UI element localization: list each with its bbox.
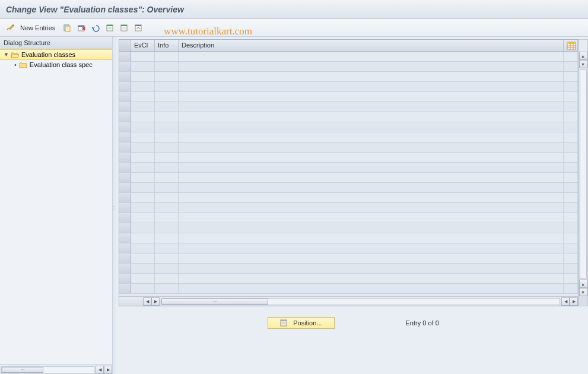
table-row[interactable]: [119, 253, 578, 264]
cell-evcl[interactable]: [131, 62, 155, 71]
cell-info[interactable]: [155, 203, 179, 213]
cell-info[interactable]: [155, 163, 179, 172]
row-selector[interactable]: [119, 264, 131, 273]
cell-description[interactable]: [179, 52, 564, 61]
table-row[interactable]: [119, 122, 578, 132]
scroll-left-icon[interactable]: ◀: [96, 366, 104, 374]
table-row[interactable]: [119, 52, 578, 62]
cell-description[interactable]: [179, 142, 564, 152]
table-row[interactable]: [119, 213, 578, 223]
toggle-display-icon[interactable]: [5, 22, 17, 34]
tree-collapse-icon[interactable]: ▼: [4, 52, 9, 58]
cell-description[interactable]: [179, 223, 564, 233]
cell-description[interactable]: [179, 173, 564, 182]
cell-info[interactable]: [155, 193, 179, 202]
table-row[interactable]: [119, 82, 578, 92]
cell-evcl[interactable]: [131, 284, 155, 293]
row-selector[interactable]: [119, 243, 131, 253]
tree-item-evaluation-classes[interactable]: ▼ Evaluation classes: [0, 49, 112, 60]
cell-description[interactable]: [179, 122, 564, 132]
cell-info[interactable]: [155, 153, 179, 162]
cell-info[interactable]: [155, 82, 179, 91]
cell-info[interactable]: [155, 112, 179, 122]
cell-description[interactable]: [179, 102, 564, 112]
cell-evcl[interactable]: [131, 253, 155, 263]
splitter[interactable]: ∙∙∙: [113, 37, 116, 374]
cell-evcl[interactable]: [131, 163, 155, 172]
column-header-description[interactable]: Description: [179, 40, 564, 51]
table-row[interactable]: [119, 153, 578, 163]
scroll-thumb[interactable]: ∙∙∙: [161, 299, 268, 305]
cell-evcl[interactable]: [131, 233, 155, 243]
cell-evcl[interactable]: [131, 243, 155, 253]
cell-info[interactable]: [155, 142, 179, 152]
row-selector[interactable]: [119, 82, 131, 91]
cell-evcl[interactable]: [131, 132, 155, 142]
cell-evcl[interactable]: [131, 142, 155, 152]
cell-evcl[interactable]: [131, 223, 155, 233]
table-row[interactable]: [119, 62, 578, 72]
cell-info[interactable]: [155, 52, 179, 61]
cell-info[interactable]: [155, 132, 179, 142]
cell-evcl[interactable]: [131, 72, 155, 81]
cell-info[interactable]: [155, 223, 179, 233]
scroll-left-end-icon[interactable]: ◀: [561, 297, 570, 306]
cell-evcl[interactable]: [131, 274, 155, 283]
cell-description[interactable]: [179, 163, 564, 172]
cell-evcl[interactable]: [131, 183, 155, 192]
row-selector[interactable]: [119, 203, 131, 213]
cell-info[interactable]: [155, 274, 179, 283]
table-hscroll[interactable]: ◀ ▶ ∙∙∙ ◀ ▶: [119, 296, 578, 306]
table-row[interactable]: [119, 274, 578, 284]
cell-evcl[interactable]: [131, 82, 155, 91]
scroll-right-icon[interactable]: ▶: [104, 366, 112, 374]
table-row[interactable]: [119, 132, 578, 142]
cell-evcl[interactable]: [131, 122, 155, 132]
scroll-up-icon[interactable]: ▲: [579, 52, 587, 60]
cell-info[interactable]: [155, 92, 179, 102]
cell-description[interactable]: [179, 112, 564, 122]
scroll-up-end-icon[interactable]: ▲: [579, 280, 587, 288]
table-row[interactable]: [119, 284, 578, 294]
cell-description[interactable]: [179, 193, 564, 202]
row-selector[interactable]: [119, 284, 131, 293]
row-selector[interactable]: [119, 253, 131, 263]
table-row[interactable]: [119, 264, 578, 274]
cell-description[interactable]: [179, 284, 564, 293]
cell-evcl[interactable]: [131, 173, 155, 182]
table-row[interactable]: [119, 233, 578, 243]
table-row[interactable]: [119, 193, 578, 203]
table-row[interactable]: [119, 102, 578, 112]
new-entries-button[interactable]: New Entries: [20, 24, 55, 31]
cell-info[interactable]: [155, 122, 179, 132]
row-selector[interactable]: [119, 173, 131, 182]
scroll-down-end-icon[interactable]: ▼: [579, 288, 587, 296]
cell-description[interactable]: [179, 82, 564, 91]
cell-description[interactable]: [179, 132, 564, 142]
table-settings-button[interactable]: [564, 40, 578, 51]
table-row[interactable]: [119, 112, 578, 122]
cell-info[interactable]: [155, 284, 179, 293]
column-header-evcl[interactable]: EvCl: [131, 40, 155, 51]
table-row[interactable]: [119, 183, 578, 193]
table-row[interactable]: [119, 173, 578, 183]
delete-icon[interactable]: [75, 22, 87, 34]
row-selector[interactable]: [119, 132, 131, 142]
row-selector[interactable]: [119, 153, 131, 162]
cell-description[interactable]: [179, 92, 564, 102]
table-row[interactable]: [119, 72, 578, 82]
cell-description[interactable]: [179, 72, 564, 81]
row-selector[interactable]: [119, 142, 131, 152]
row-selector[interactable]: [119, 213, 131, 223]
table-vscroll[interactable]: ▲ ▼ ▲ ▼: [579, 39, 588, 306]
cell-info[interactable]: [155, 243, 179, 253]
scroll-right-end-icon[interactable]: ▶: [570, 297, 578, 306]
cell-info[interactable]: [155, 183, 179, 192]
table-row[interactable]: [119, 223, 578, 233]
cell-evcl[interactable]: [131, 52, 155, 61]
scroll-down-icon[interactable]: ▼: [579, 60, 587, 68]
scroll-track[interactable]: [580, 69, 587, 278]
row-selector[interactable]: [119, 102, 131, 112]
cell-info[interactable]: [155, 62, 179, 71]
column-header-info[interactable]: Info: [155, 40, 179, 51]
